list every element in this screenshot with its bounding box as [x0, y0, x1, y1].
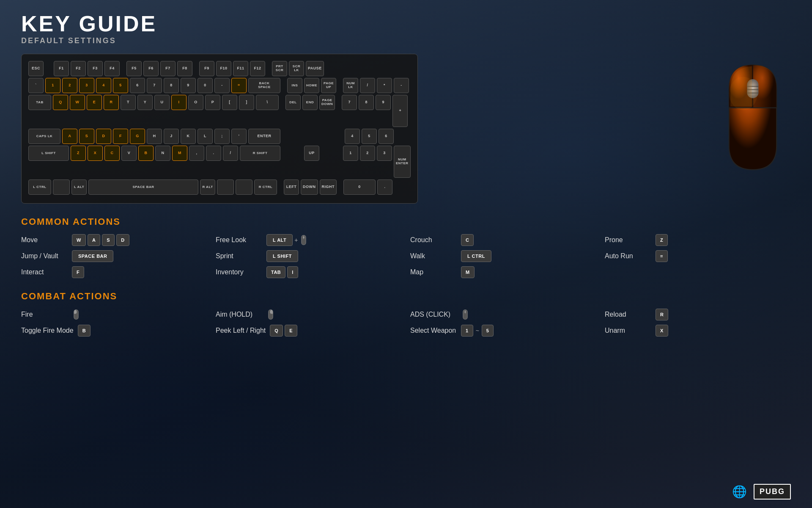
action-fire-keys	[72, 309, 80, 320]
action-firemode-keys: B	[78, 325, 91, 337]
mouse-icon-small	[299, 235, 308, 246]
combat-actions-title: COMBAT ACTIONS	[21, 291, 791, 302]
key-badge-a: A	[88, 234, 100, 246]
key-a: A	[62, 129, 77, 144]
mouse-diagram	[715, 58, 791, 177]
svg-rect-14	[464, 311, 466, 313]
common-actions-title: COMMON ACTIONS	[21, 216, 791, 227]
key-z: Z	[71, 146, 86, 161]
key-f7: F7	[160, 61, 176, 76]
key-right: RIGHT	[320, 179, 337, 195]
action-autorun: Auto Run =	[605, 250, 791, 262]
key-f3: F3	[88, 61, 103, 76]
key-ralt: R ALT	[200, 179, 215, 195]
key-esc: ESC	[28, 61, 44, 76]
key-j: J	[164, 129, 179, 144]
key-rshift: R SHIFT	[240, 146, 280, 161]
action-freelook-label: Free Look	[216, 236, 262, 244]
key-prtscr: PRTSCR	[272, 61, 287, 76]
key-badge-f: F	[72, 266, 84, 278]
key-b: B	[138, 146, 154, 161]
key-i: I	[171, 95, 187, 110]
key-numstar: *	[377, 78, 392, 93]
action-map: Map M	[410, 266, 596, 278]
kb-row-function: ESC F1 F2 F3 F4 F5 F6 F7 F8 F9 F10 F11 F…	[28, 61, 411, 76]
key-badge-lctrl: L CTRL	[461, 250, 491, 262]
key-badge-1sw: 1	[461, 325, 473, 337]
key-badge-e: E	[285, 325, 297, 337]
key-num5: 5	[362, 129, 377, 144]
key-e: E	[87, 95, 102, 110]
key-ins: INS	[287, 78, 302, 93]
key-left: LEFT	[284, 179, 299, 195]
key-numenter: NUMENTER	[394, 146, 411, 178]
key-rctrl: R CTRL	[254, 179, 277, 195]
key-num6: 6	[379, 129, 394, 144]
key-pagedown: PAGEDOWN	[319, 95, 335, 110]
key-1: 1	[45, 78, 60, 93]
key-9: 9	[181, 78, 196, 93]
keyboard-mouse-section: ESC F1 F2 F3 F4 F5 F6 F7 F8 F9 F10 F11 F…	[21, 54, 791, 204]
kb-row-bottom: L CTRL L ALT SPACE BAR R ALT R CTRL LEFT…	[28, 179, 411, 195]
key-pause: PAUSE	[306, 61, 324, 76]
key-enter: ENTER	[248, 129, 280, 144]
key-badge-5sw: 5	[482, 325, 494, 337]
kb-row-asdf: CAPS LK A S D F G H J K L ; ' ENTER 4 5 …	[28, 129, 411, 144]
svg-rect-10	[75, 311, 77, 313]
action-sprint-label: Sprint	[216, 252, 262, 260]
action-interact-keys: F	[72, 266, 84, 278]
key-badge-s: S	[102, 234, 115, 246]
key-scrlk: SCRLK	[289, 61, 304, 76]
key-f12: F12	[250, 61, 265, 76]
action-walk-label: Walk	[410, 252, 457, 260]
key-f8: F8	[177, 61, 192, 76]
key-num4: 4	[345, 129, 360, 144]
key-numlk: NUMLK	[343, 78, 358, 93]
svg-rect-12	[270, 311, 271, 313]
key-backtick: `	[28, 78, 44, 93]
action-interact-label: Interact	[21, 268, 68, 276]
tilde-sign: ~	[476, 327, 479, 334]
action-jump-label: Jump / Vault	[21, 252, 68, 260]
action-move: Move W A S D	[21, 234, 207, 246]
action-aim-keys	[266, 309, 275, 320]
action-unarm: Unarm X	[605, 325, 791, 337]
key-u: U	[154, 95, 170, 110]
key-h: H	[147, 129, 162, 144]
key-v: V	[121, 146, 137, 161]
key-num3: 3	[377, 146, 392, 161]
action-fire-label: Fire	[21, 311, 68, 318]
key-rbracket: ]	[239, 95, 254, 110]
key-numdot: .	[377, 179, 392, 195]
mouse-rightclick-icon	[461, 309, 469, 320]
action-interact: Interact F	[21, 266, 207, 278]
key-lshift: L SHIFT	[28, 146, 69, 161]
action-jump-keys: SPACE BAR	[72, 250, 113, 262]
action-walk: Walk L CTRL	[410, 250, 596, 262]
key-badge-r: R	[656, 309, 668, 320]
key-num7: 7	[342, 95, 357, 110]
key-semicolon: ;	[214, 129, 230, 144]
key-badge-lshift: L SHIFT	[266, 250, 298, 262]
key-y: Y	[137, 95, 153, 110]
action-crouch-keys: C	[461, 234, 474, 246]
key-comma: ,	[189, 146, 204, 161]
globe-icon: 🌐	[732, 485, 747, 499]
key-badge-i: I	[287, 266, 298, 278]
key-d: D	[96, 129, 111, 144]
action-selectweapon: Select Weapon 1 ~ 5	[410, 325, 596, 337]
action-map-label: Map	[410, 268, 457, 276]
common-actions-grid: Move W A S D Free Look L ALT +	[21, 234, 791, 278]
key-fwslash: /	[223, 146, 238, 161]
title-section: KEY GUIDE DEFAULT SETTINGS	[21, 13, 791, 45]
key-rwin	[217, 179, 234, 195]
key-badge-q: Q	[270, 325, 283, 337]
key-w: W	[70, 95, 85, 110]
action-ads-label: ADS (CLICK)	[410, 311, 457, 318]
key-badge-equals: =	[656, 250, 668, 262]
key-s: S	[79, 129, 94, 144]
action-unarm-label: Unarm	[605, 327, 651, 334]
key-badge-c: C	[461, 234, 474, 246]
key-capslk: CAPS LK	[28, 129, 60, 144]
key-badge-x: X	[656, 325, 668, 337]
